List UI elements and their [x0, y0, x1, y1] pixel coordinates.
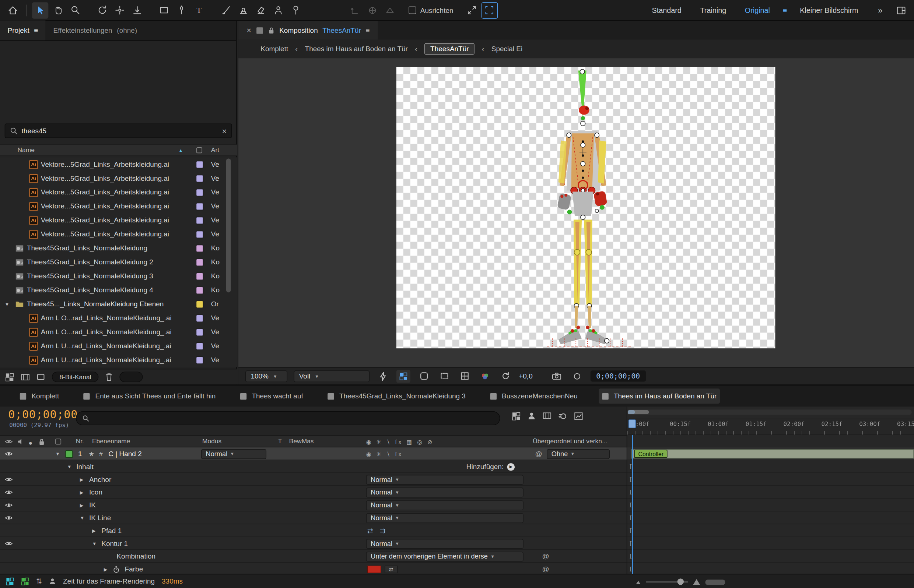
blend-mode-dropdown[interactable]: Normal — [366, 488, 524, 498]
property-track-row[interactable]: I — [628, 486, 914, 499]
blend-mode-dropdown[interactable]: Normal — [366, 500, 524, 510]
comp-timecode[interactable]: 0;00;00;00 — [590, 370, 646, 381]
project-list-header[interactable]: Name ▲ Art — [0, 144, 237, 156]
region-of-interest-icon[interactable] — [437, 370, 451, 383]
show-snapshot-icon[interactable] — [570, 370, 584, 383]
timeline-tab-ente[interactable]: Ente aus Sicht Thees und Ente fällt hin — [80, 388, 219, 404]
axis-mode-local-button[interactable] — [347, 2, 363, 18]
twirl-open-icon[interactable] — [80, 511, 85, 524]
timeline-search[interactable] — [76, 411, 500, 425]
label-color-chip[interactable] — [196, 300, 204, 308]
timeline-tab-thees45grad[interactable]: Thees45Grad_Links_NormaleKleidung 3 — [324, 388, 469, 404]
project-row[interactable]: AiVektore...5Grad_Links_Arbeitskleidung.… — [0, 227, 237, 241]
workspace-training[interactable]: Training — [691, 6, 735, 15]
project-row[interactable]: AiVektore...5Grad_Links_Arbeitskleidung.… — [0, 171, 237, 185]
current-time-indicator-line[interactable] — [632, 435, 633, 574]
swatch-options-icon[interactable]: ⇄ — [385, 565, 398, 573]
property-label[interactable]: Kombination — [116, 550, 155, 563]
mini-flowchart-icon[interactable] — [512, 412, 521, 422]
project-row[interactable]: AiVektore...5Grad_Links_Arbeitskleidung.… — [0, 213, 237, 227]
label-color-chip[interactable] — [196, 244, 204, 252]
project-row[interactable]: Thees45Grad_Links_NormaleKleidungKo — [0, 241, 237, 255]
twirl-closed-icon[interactable] — [92, 524, 96, 537]
layer-switches-icons[interactable]: ◉ ✳ ∖ fx — [366, 447, 403, 460]
property-track-row[interactable]: I — [628, 511, 914, 524]
trash-icon[interactable] — [106, 373, 113, 381]
column-t[interactable]: T — [278, 438, 282, 444]
current-time-indicator-handle[interactable] — [628, 419, 636, 428]
panel-layout-button[interactable] — [893, 2, 909, 18]
twirl-open-icon[interactable] — [67, 460, 72, 473]
brush-tool[interactable] — [217, 2, 234, 18]
interpret-footage-icon[interactable] — [37, 373, 45, 381]
label-color-chip[interactable] — [196, 231, 204, 238]
eye-icon[interactable] — [5, 537, 13, 550]
eye-icon[interactable] — [5, 486, 13, 499]
render-cache-icon[interactable] — [6, 577, 14, 585]
property-label[interactable]: Anchor — [89, 473, 111, 486]
property-label[interactable]: Inhalt — [76, 460, 93, 473]
timeline-search-input[interactable] — [93, 414, 493, 423]
close-tab-icon[interactable] — [246, 26, 251, 35]
label-color-chip[interactable] — [196, 216, 204, 224]
sort-arrows-icon[interactable]: ⇅ — [36, 577, 42, 585]
label-color-chip[interactable] — [196, 160, 204, 168]
workspace-menu-icon[interactable] — [779, 6, 791, 15]
label-color-chip[interactable] — [196, 189, 204, 196]
axis-mode-world-button[interactable] — [364, 2, 380, 18]
project-row[interactable]: AiArm L U...rad_Links_NormaleKleidung_.a… — [0, 353, 237, 367]
audio-column-icon[interactable] — [17, 438, 24, 445]
workspace-kleiner-bildschirm[interactable]: Kleiner Bildschirm — [791, 6, 867, 15]
reset-exposure-icon[interactable] — [498, 370, 513, 383]
property-track-row[interactable]: I — [628, 524, 914, 537]
tab-projekt[interactable]: Projekt — [0, 20, 46, 40]
project-row-folder[interactable]: Thees45..._Links_NormaleKleidung EbenenO… — [0, 297, 237, 311]
time-ruler[interactable]: 0:00f 00:15f 01:00f 01:15f 02:00f 02:15f… — [628, 418, 914, 435]
solo-column-icon[interactable]: ● — [29, 439, 33, 446]
kombination-dropdown[interactable]: Unter dem vorherigen Element in derse — [366, 552, 524, 562]
project-row[interactable]: Thees45Grad_Links_NormaleKleidung 2Ko — [0, 255, 237, 269]
camera-tool[interactable] — [129, 2, 145, 18]
property-row-anchor[interactable]: Anchor Normal — [0, 473, 627, 486]
timeline-tab-thees-im-haus[interactable]: Thees im Haus auf Boden an Tür — [599, 388, 720, 404]
column-name[interactable]: Name — [17, 146, 34, 153]
timeline-tab-thees-wacht-auf[interactable]: Thees wacht auf — [236, 388, 306, 404]
column-parent[interactable]: Übergeordnet und verkn... — [533, 438, 607, 444]
footage-thumbnails-icon[interactable] — [21, 373, 30, 381]
label-color-chip[interactable] — [196, 202, 204, 210]
project-search[interactable] — [5, 123, 232, 138]
parent-pickwhip-icon[interactable] — [535, 447, 542, 460]
composition-tab[interactable]: Komposition TheesAnTür — [238, 21, 378, 40]
property-row-pfad1[interactable]: Pfad 1 ⇄ ⇉ — [0, 524, 627, 537]
project-row[interactable]: AiArm L O...rad_Links_NormaleKleidung_.a… — [0, 311, 237, 325]
shape-tool[interactable] — [155, 2, 171, 18]
hand-tool[interactable] — [49, 2, 66, 18]
layer-color-chip[interactable] — [65, 450, 73, 458]
timeline-tab-busszene[interactable]: BusszeneMenschenNeu — [487, 388, 581, 404]
search-clear-button[interactable] — [222, 126, 227, 136]
property-label[interactable]: Icon — [89, 486, 102, 499]
disk-cache-icon[interactable] — [21, 577, 29, 585]
rotate-tool[interactable] — [94, 2, 110, 18]
add-menu-icon[interactable]: ▶ — [507, 463, 515, 470]
label-color-chip[interactable] — [196, 286, 204, 294]
column-art[interactable]: Art — [211, 146, 219, 153]
column-bewmas[interactable]: BewMas — [289, 438, 314, 444]
breadcrumb-komplett[interactable]: Komplett — [260, 45, 288, 53]
property-track-row[interactable]: I — [628, 537, 914, 550]
project-search-input[interactable] — [22, 127, 218, 135]
composition-viewport[interactable] — [238, 58, 914, 367]
project-row[interactable]: Thees45Grad_Links_NormaleKleidung 3Ko — [0, 269, 237, 283]
property-label[interactable]: Pfad 1 — [101, 524, 121, 537]
eye-icon[interactable] — [5, 473, 13, 486]
snap-toggle[interactable]: Ausrichten — [409, 6, 453, 15]
twirl-open-icon[interactable] — [5, 297, 10, 311]
label-color-chip[interactable] — [196, 174, 204, 182]
property-row-ik[interactable]: IK Normal — [0, 499, 627, 511]
timeline-navigator[interactable] — [628, 409, 912, 415]
mask-visibility-icon[interactable] — [417, 370, 431, 383]
eye-icon[interactable] — [5, 511, 13, 524]
path-direction-icons[interactable]: ⇄ ⇉ — [367, 524, 388, 537]
layer-duration-bar[interactable]: Controller — [631, 449, 914, 459]
eye-column-icon[interactable] — [5, 438, 13, 444]
